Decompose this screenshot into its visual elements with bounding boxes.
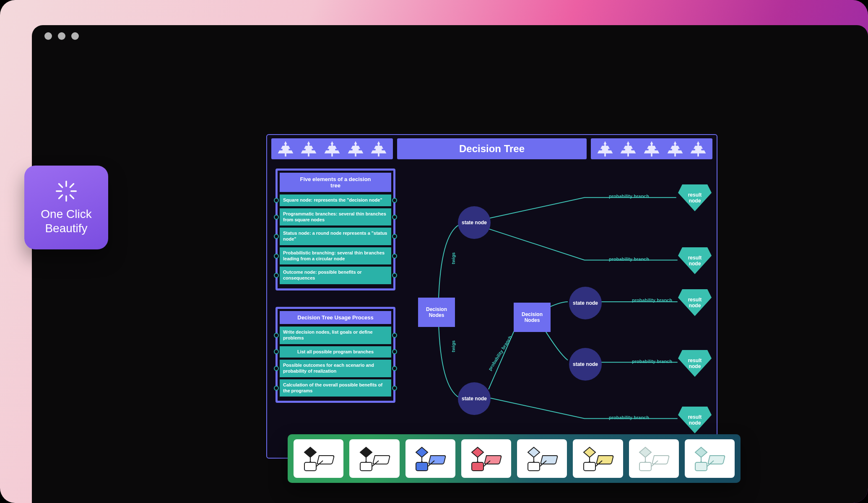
svg-rect-16 <box>416 462 428 471</box>
svg-rect-0 <box>285 153 286 156</box>
style-palette <box>288 434 741 483</box>
style-lightblue[interactable] <box>517 439 567 478</box>
svg-rect-31 <box>695 462 707 471</box>
result-node[interactable]: result node <box>678 350 712 377</box>
edge-label: probability branch <box>609 415 649 420</box>
svg-line-40 <box>70 184 73 187</box>
style-blue[interactable] <box>405 439 455 478</box>
traffic-light-max[interactable] <box>71 32 79 40</box>
state-node[interactable]: state node <box>458 382 491 415</box>
tree-icon <box>596 140 614 158</box>
tree-icon <box>369 140 388 158</box>
svg-rect-2 <box>331 153 333 156</box>
svg-rect-5 <box>604 153 606 156</box>
edge-label: probability branch <box>632 298 672 303</box>
panel-row[interactable]: Calculation of the overall possible bene… <box>280 379 391 397</box>
svg-rect-9 <box>697 153 699 156</box>
style-yellow[interactable] <box>573 439 623 478</box>
tree-icon <box>276 140 295 158</box>
one-click-beautify-badge[interactable]: One Click Beautify <box>24 166 108 249</box>
svg-rect-25 <box>584 462 595 471</box>
tree-icon <box>619 140 637 158</box>
style-red[interactable] <box>461 439 511 478</box>
style-teal[interactable] <box>685 439 735 478</box>
tree-icon <box>689 140 707 158</box>
sparkle-icon <box>55 179 78 203</box>
tree-icon <box>666 140 684 158</box>
svg-line-41 <box>59 195 62 199</box>
tree-decor-left <box>271 138 393 159</box>
result-node[interactable]: result node <box>678 184 712 211</box>
decision-node[interactable]: Decision Nodes <box>514 303 551 332</box>
edge-label: probability branch <box>487 334 513 371</box>
edge-label: twigs <box>451 340 456 352</box>
panel-header: Decision Tree Usage Process <box>280 311 391 324</box>
diagram-title: Decision Tree <box>397 138 587 159</box>
svg-rect-6 <box>628 153 629 156</box>
tree-icon <box>642 140 661 158</box>
edge-label: probability branch <box>632 359 672 364</box>
svg-rect-19 <box>472 462 483 471</box>
edge-label: probability branch <box>609 257 649 262</box>
svg-rect-3 <box>355 153 356 156</box>
edge-label: probability branch <box>609 194 649 199</box>
panel-row[interactable]: Probabilistic branching: several thin br… <box>280 247 391 265</box>
svg-line-38 <box>59 184 62 187</box>
traffic-light-min[interactable] <box>58 32 65 40</box>
panel-five-elements[interactable]: Five elements of a decision tree Square … <box>275 169 395 290</box>
tree-icon <box>323 140 341 158</box>
svg-rect-28 <box>639 462 651 471</box>
decision-node[interactable]: Decision Nodes <box>418 298 455 327</box>
app-window: Decision Tree Five elements of a decisio… <box>32 25 868 503</box>
svg-rect-13 <box>360 462 372 471</box>
tree-icon <box>299 140 318 158</box>
result-node[interactable]: result node <box>678 407 712 433</box>
svg-line-39 <box>70 195 73 199</box>
traffic-light-close[interactable] <box>44 32 52 40</box>
svg-rect-4 <box>378 153 379 156</box>
panel-usage-process[interactable]: Decision Tree Usage Process Write decisi… <box>275 307 395 403</box>
badge-label: One Click Beautify <box>41 207 91 235</box>
style-pale[interactable] <box>629 439 679 478</box>
style-outline-black[interactable] <box>294 439 343 478</box>
tree-decor-right <box>591 138 712 159</box>
svg-rect-7 <box>651 153 652 156</box>
tree-icon <box>346 140 365 158</box>
panel-row[interactable]: Write decision nodes, list goals or defi… <box>280 327 391 344</box>
style-outline-black-2[interactable] <box>349 439 399 478</box>
svg-rect-1 <box>308 153 310 156</box>
panel-row[interactable]: Square node: represents the "decision no… <box>280 194 391 206</box>
panel-row[interactable]: Status node: a round node represents a "… <box>280 228 391 245</box>
state-node[interactable]: state node <box>458 206 491 239</box>
svg-rect-8 <box>674 153 676 156</box>
svg-rect-22 <box>528 462 540 471</box>
edge-label: twigs <box>451 252 456 264</box>
promo-frame: Decision Tree Five elements of a decisio… <box>0 0 868 503</box>
panel-row[interactable]: Possible outcomes for each scenario and … <box>280 360 391 377</box>
panel-row[interactable]: List all possible program branches <box>280 346 391 358</box>
result-node[interactable]: result node <box>678 289 712 316</box>
title-bar <box>32 25 868 47</box>
state-node[interactable]: state node <box>569 348 602 381</box>
state-node[interactable]: state node <box>569 287 602 319</box>
panel-row[interactable]: Programmatic branches: several thin bran… <box>280 208 391 226</box>
panel-header: Five elements of a decision tree <box>280 173 391 192</box>
diagram-canvas[interactable]: Decision Tree Five elements of a decisio… <box>266 134 717 459</box>
svg-rect-10 <box>304 462 316 471</box>
panel-row[interactable]: Outcome node: possible benefits or conse… <box>280 267 391 284</box>
result-node[interactable]: result node <box>678 247 712 274</box>
canvas-header: Decision Tree <box>267 135 717 163</box>
